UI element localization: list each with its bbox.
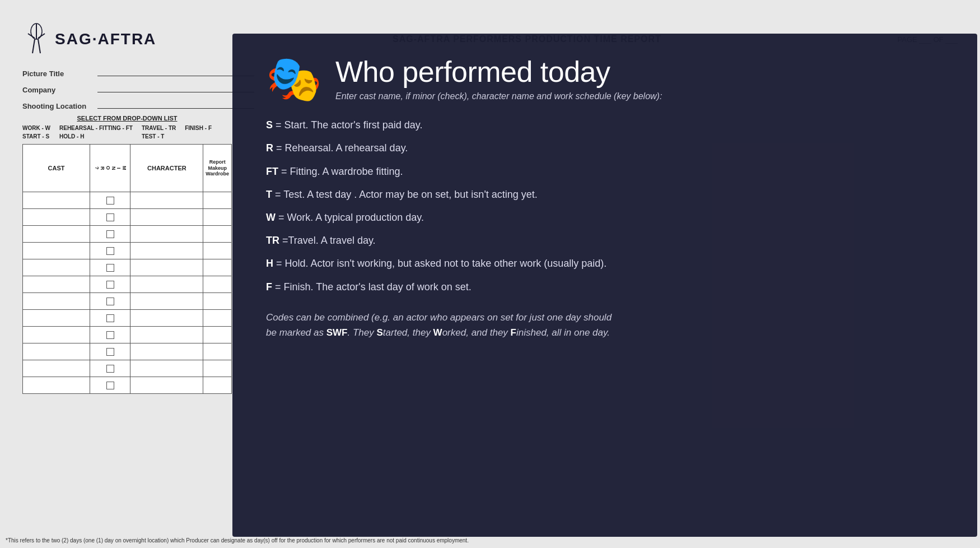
cast-table-row bbox=[23, 192, 232, 209]
minor-checkbox-cell[interactable] bbox=[90, 377, 130, 394]
minor-checkbox-cell[interactable] bbox=[90, 327, 130, 343]
character-name-cell[interactable] bbox=[130, 209, 203, 226]
minor-checkbox-cell[interactable] bbox=[90, 276, 130, 293]
cast-table-row bbox=[23, 209, 232, 226]
combined-note: Codes can be combined (e.g. an actor who… bbox=[266, 310, 944, 340]
minor-checkbox-cell[interactable] bbox=[90, 310, 130, 327]
minor-checkbox-cell[interactable] bbox=[90, 259, 130, 276]
cast-name-cell[interactable] bbox=[23, 310, 90, 327]
cast-table-row bbox=[23, 310, 232, 327]
work-codes-legend: WORK - W START - S REHEARSAL - FITTING -… bbox=[22, 124, 232, 141]
cast-name-cell[interactable] bbox=[23, 259, 90, 276]
cast-table-row bbox=[23, 276, 232, 293]
cast-table-row bbox=[23, 259, 232, 276]
cast-name-cell[interactable] bbox=[23, 243, 90, 259]
character-name-cell[interactable] bbox=[130, 243, 203, 259]
minor-checkbox-cell[interactable] bbox=[90, 343, 130, 360]
code-item: F = Finish. The actor's last day of work… bbox=[266, 280, 944, 294]
theater-icon: 🎭 bbox=[266, 57, 322, 101]
report-time-cell[interactable] bbox=[203, 327, 232, 343]
character-name-cell[interactable] bbox=[130, 226, 203, 243]
code-description: =Travel. A travel day. bbox=[279, 235, 376, 246]
character-name-cell[interactable] bbox=[130, 360, 203, 377]
overlay-header: 🎭 Who performed today Enter cast name, i… bbox=[266, 56, 944, 101]
swf-bold: SWF bbox=[326, 327, 348, 338]
code-description: = Finish. The actor's last day of work o… bbox=[272, 281, 472, 292]
cast-table-row bbox=[23, 377, 232, 394]
code-key: R bbox=[266, 142, 273, 154]
dropdown-note: SELECT FROM DROP-DOWN LIST bbox=[22, 115, 232, 122]
overlay-title: Who performed today bbox=[335, 56, 662, 88]
code-item: T = Test. A test day . Actor may be on s… bbox=[266, 188, 944, 202]
character-name-cell[interactable] bbox=[130, 343, 203, 360]
report-time-cell[interactable] bbox=[203, 343, 232, 360]
cast-table-row bbox=[23, 293, 232, 310]
cast-table-area: SELECT FROM DROP-DOWN LIST WORK - W STAR… bbox=[22, 115, 232, 394]
logo-area: SAG·AFTRA bbox=[22, 22, 156, 56]
cast-name-cell[interactable] bbox=[23, 360, 90, 377]
character-name-cell[interactable] bbox=[130, 293, 203, 310]
cast-name-cell[interactable] bbox=[23, 209, 90, 226]
report-time-cell[interactable] bbox=[203, 310, 232, 327]
codes-list: S = Start. The actor's first paid day.R … bbox=[266, 118, 944, 294]
cast-table-row bbox=[23, 226, 232, 243]
character-name-cell[interactable] bbox=[130, 192, 203, 209]
code-key: FT bbox=[266, 166, 278, 177]
character-name-cell[interactable] bbox=[130, 310, 203, 327]
w-bold: W bbox=[433, 327, 442, 338]
code-item: TR =Travel. A travel day. bbox=[266, 234, 944, 248]
code-key: W bbox=[266, 212, 276, 223]
report-time-cell[interactable] bbox=[203, 226, 232, 243]
report-time-cell[interactable] bbox=[203, 377, 232, 394]
character-column-header: CHARACTER bbox=[130, 145, 203, 192]
work-code-col-1: WORK - W START - S bbox=[22, 124, 50, 141]
minor-checkbox-cell[interactable] bbox=[90, 192, 130, 209]
code-key: S bbox=[266, 119, 273, 131]
report-time-cell[interactable] bbox=[203, 259, 232, 276]
cast-name-cell[interactable] bbox=[23, 327, 90, 343]
cast-name-cell[interactable] bbox=[23, 343, 90, 360]
code-key: F bbox=[266, 281, 272, 292]
cast-name-cell[interactable] bbox=[23, 226, 90, 243]
work-code-col-2: REHEARSAL - FITTING - FT HOLD - H bbox=[59, 124, 133, 141]
character-name-cell[interactable] bbox=[130, 259, 203, 276]
character-name-cell[interactable] bbox=[130, 276, 203, 293]
picture-title-field: Picture Title bbox=[22, 67, 254, 78]
combined-note-text-3: . They bbox=[348, 327, 377, 338]
minor-checkbox-cell[interactable] bbox=[90, 293, 130, 310]
minor-checkbox-cell[interactable] bbox=[90, 226, 130, 243]
report-time-cell[interactable] bbox=[203, 360, 232, 377]
code-item: R = Rehearsal. A rehearsal day. bbox=[266, 141, 944, 155]
minor-column-header: MINOR? bbox=[90, 145, 130, 192]
code-key: TR bbox=[266, 235, 279, 246]
cast-table: CAST MINOR? CHARACTER ReportMakeupWardro… bbox=[22, 144, 232, 394]
combined-note-text-2: be marked as bbox=[266, 327, 326, 338]
form-fields: Picture Title Company Shooting Location bbox=[22, 67, 254, 116]
report-time-cell[interactable] bbox=[203, 243, 232, 259]
code-key: T bbox=[266, 189, 272, 200]
report-time-cell[interactable] bbox=[203, 192, 232, 209]
character-name-cell[interactable] bbox=[130, 327, 203, 343]
code-item: H = Hold. Actor isn't working, but asked… bbox=[266, 257, 944, 271]
cast-name-cell[interactable] bbox=[23, 192, 90, 209]
character-name-cell[interactable] bbox=[130, 377, 203, 394]
sag-aftra-logo-figure bbox=[22, 22, 50, 56]
cast-name-cell[interactable] bbox=[23, 276, 90, 293]
report-time-cell[interactable] bbox=[203, 276, 232, 293]
cast-column-header: CAST bbox=[23, 145, 90, 192]
shooting-location-field: Shooting Location bbox=[22, 100, 254, 110]
overlay-panel: 🎭 Who performed today Enter cast name, i… bbox=[232, 34, 977, 537]
report-time-cell[interactable] bbox=[203, 209, 232, 226]
combined-note-text-1: Codes can be combined (e.g. an actor who… bbox=[266, 312, 612, 323]
minor-checkbox-cell[interactable] bbox=[90, 243, 130, 259]
cast-table-row bbox=[23, 343, 232, 360]
code-key: H bbox=[266, 258, 273, 269]
minor-checkbox-cell[interactable] bbox=[90, 360, 130, 377]
minor-checkbox-cell[interactable] bbox=[90, 209, 130, 226]
svg-line-5 bbox=[38, 39, 40, 53]
cast-name-cell[interactable] bbox=[23, 377, 90, 394]
f-bold: F bbox=[511, 327, 516, 338]
cast-name-cell[interactable] bbox=[23, 293, 90, 310]
report-time-cell[interactable] bbox=[203, 293, 232, 310]
company-field: Company bbox=[22, 83, 254, 94]
